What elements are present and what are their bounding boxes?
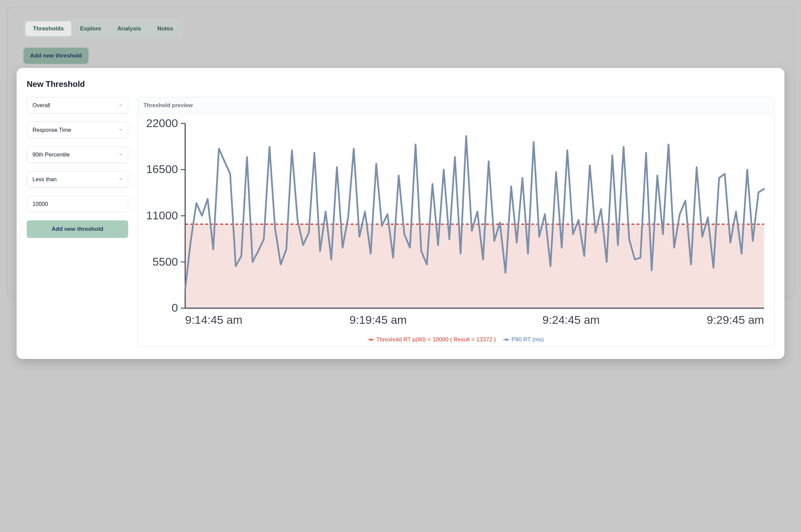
legend-series: P90 RT (ms) xyxy=(503,336,544,343)
tab-analysis[interactable]: Analysis xyxy=(110,21,148,36)
legend-marker-icon xyxy=(503,338,509,341)
svg-text:22000: 22000 xyxy=(146,117,178,130)
scope-select[interactable]: Overall xyxy=(27,97,128,114)
add-threshold-submit-button[interactable]: Add new threshold xyxy=(27,221,128,238)
tabs: Thresholds Explore Analysis Notes xyxy=(23,19,183,38)
legend-threshold: Threshold RT p(90) < 10000 ( Result = 13… xyxy=(368,336,496,343)
page-card: Thresholds Explore Analysis Notes Add ne… xyxy=(7,7,794,298)
threshold-preview-chart: 055001100016500220009:14:45 am9:19:45 am… xyxy=(138,114,774,335)
threshold-form: Overall Response Time 90th Percentile xyxy=(27,97,128,347)
svg-text:9:14:45 am: 9:14:45 am xyxy=(185,313,242,326)
chart-legend: Threshold RT p(90) < 10000 ( Result = 13… xyxy=(138,335,774,346)
comparator-select-value: Less than xyxy=(33,176,57,182)
aggregation-select-value: 90th Percentile xyxy=(33,151,70,157)
modal-body: Overall Response Time 90th Percentile xyxy=(27,97,774,347)
svg-text:16500: 16500 xyxy=(146,163,178,175)
chevron-down-icon xyxy=(119,127,123,133)
svg-point-19 xyxy=(370,339,372,341)
add-threshold-top-button[interactable]: Add new threshold xyxy=(23,48,89,64)
svg-text:0: 0 xyxy=(171,301,178,314)
modal-title: New Threshold xyxy=(27,79,774,89)
new-threshold-modal: New Threshold Overall Response Time 90 xyxy=(17,68,784,359)
svg-text:5500: 5500 xyxy=(152,255,178,268)
metric-select-value: Response Time xyxy=(33,127,71,133)
svg-text:9:24:45 am: 9:24:45 am xyxy=(543,313,600,326)
tab-notes[interactable]: Notes xyxy=(150,21,181,36)
svg-text:11000: 11000 xyxy=(146,209,178,222)
threshold-preview-panel: Threshold preview 055001100016500220009:… xyxy=(138,97,774,347)
comparator-select[interactable]: Less than xyxy=(27,171,128,188)
svg-rect-0 xyxy=(185,224,764,308)
chevron-down-icon xyxy=(119,151,123,158)
legend-marker-icon xyxy=(368,338,374,341)
chevron-down-icon xyxy=(119,102,123,109)
svg-point-21 xyxy=(506,339,507,341)
legend-threshold-label: Threshold RT p(90) < 10000 ( Result = 13… xyxy=(376,336,496,343)
tab-thresholds[interactable]: Thresholds xyxy=(25,21,71,36)
threshold-value-input[interactable] xyxy=(27,196,128,212)
tab-explore[interactable]: Explore xyxy=(73,21,109,36)
preview-header: Threshold preview xyxy=(138,97,774,114)
svg-text:9:29:45 am: 9:29:45 am xyxy=(707,313,764,326)
scope-select-value: Overall xyxy=(33,102,50,108)
legend-series-label: P90 RT (ms) xyxy=(511,336,544,343)
metric-select[interactable]: Response Time xyxy=(27,122,128,138)
chevron-down-icon xyxy=(119,176,123,183)
svg-text:9:19:45 am: 9:19:45 am xyxy=(349,313,407,326)
aggregation-select[interactable]: 90th Percentile xyxy=(27,146,128,163)
